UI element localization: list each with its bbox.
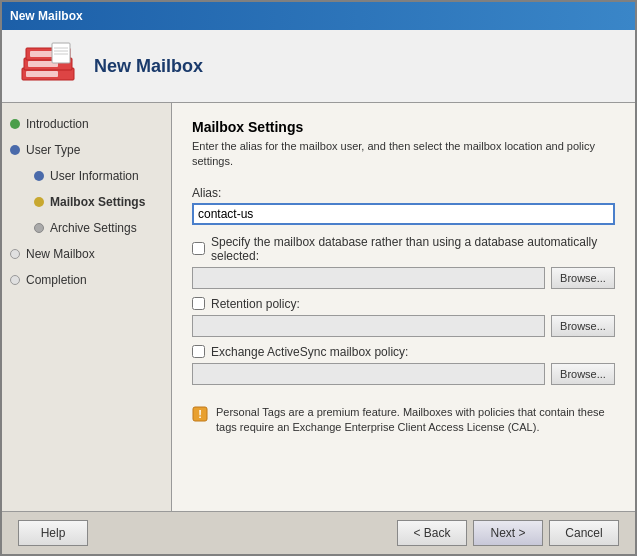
info-text: Personal Tags are a premium feature. Mai… xyxy=(216,405,615,436)
user-information-dot xyxy=(34,171,44,181)
retention-browse-button[interactable]: Browse... xyxy=(551,315,615,337)
exchange-sync-input[interactable] xyxy=(192,363,545,385)
window-title: New Mailbox xyxy=(10,9,83,23)
header-title: New Mailbox xyxy=(94,56,203,77)
retention-row: Retention policy: xyxy=(192,297,615,311)
completion-dot xyxy=(10,275,20,285)
exchange-sync-input-row: Browse... xyxy=(192,363,615,385)
cancel-button[interactable]: Cancel xyxy=(549,520,619,546)
footer: Help < Back Next > Cancel xyxy=(2,511,635,554)
retention-checkbox[interactable] xyxy=(192,297,205,310)
specify-db-label: Specify the mailbox database rather than… xyxy=(211,235,615,263)
alias-input[interactable] xyxy=(192,203,615,225)
mailbox-settings-dot xyxy=(34,197,44,207)
sidebar-item-user-type[interactable]: User Type xyxy=(2,137,171,163)
specify-db-checkbox[interactable] xyxy=(192,242,205,255)
user-type-dot xyxy=(10,145,20,155)
main-area: Introduction User Type User Information … xyxy=(2,103,635,511)
sidebar: Introduction User Type User Information … xyxy=(2,103,172,511)
content-subtitle: Enter the alias for the mailbox user, an… xyxy=(192,139,615,170)
exchange-sync-row: Exchange ActiveSync mailbox policy: xyxy=(192,345,615,359)
footer-right: < Back Next > Cancel xyxy=(397,520,619,546)
sidebar-label-user-information: User Information xyxy=(50,167,139,185)
sidebar-item-new-mailbox[interactable]: New Mailbox xyxy=(2,241,171,267)
content-area: Mailbox Settings Enter the alias for the… xyxy=(172,103,635,511)
svg-rect-6 xyxy=(52,43,70,63)
archive-settings-dot xyxy=(34,223,44,233)
retention-label: Retention policy: xyxy=(211,297,300,311)
sidebar-item-introduction[interactable]: Introduction xyxy=(2,111,171,137)
svg-rect-5 xyxy=(26,71,58,77)
title-bar: New Mailbox xyxy=(2,2,635,30)
sidebar-item-archive-settings[interactable]: Archive Settings xyxy=(2,215,171,241)
specify-db-input[interactable] xyxy=(192,267,545,289)
mailbox-icon xyxy=(18,38,82,94)
retention-input[interactable] xyxy=(192,315,545,337)
sidebar-label-mailbox-settings: Mailbox Settings xyxy=(50,193,145,211)
specify-db-browse-button[interactable]: Browse... xyxy=(551,267,615,289)
sidebar-label-introduction: Introduction xyxy=(26,115,89,133)
help-button[interactable]: Help xyxy=(18,520,88,546)
exchange-sync-browse-button[interactable]: Browse... xyxy=(551,363,615,385)
alias-label: Alias: xyxy=(192,186,615,200)
svg-text:!: ! xyxy=(198,408,202,420)
sidebar-label-completion: Completion xyxy=(26,271,87,289)
sidebar-label-user-type: User Type xyxy=(26,141,80,159)
header-area: New Mailbox xyxy=(2,30,635,103)
info-box: ! Personal Tags are a premium feature. M… xyxy=(192,399,615,442)
info-icon: ! xyxy=(192,406,208,422)
content-title: Mailbox Settings xyxy=(192,119,615,135)
exchange-sync-label: Exchange ActiveSync mailbox policy: xyxy=(211,345,408,359)
sidebar-label-new-mailbox: New Mailbox xyxy=(26,245,95,263)
introduction-dot xyxy=(10,119,20,129)
main-window: New Mailbox New Mailbox xyxy=(0,0,637,556)
sidebar-item-mailbox-settings[interactable]: Mailbox Settings xyxy=(2,189,171,215)
specify-db-input-row: Browse... xyxy=(192,267,615,289)
back-button[interactable]: < Back xyxy=(397,520,467,546)
footer-left: Help xyxy=(18,520,88,546)
new-mailbox-dot xyxy=(10,249,20,259)
next-button[interactable]: Next > xyxy=(473,520,543,546)
sidebar-item-user-information[interactable]: User Information xyxy=(2,163,171,189)
specify-db-row: Specify the mailbox database rather than… xyxy=(192,235,615,263)
retention-input-row: Browse... xyxy=(192,315,615,337)
alias-group: Alias: xyxy=(192,186,615,225)
exchange-sync-checkbox[interactable] xyxy=(192,345,205,358)
sidebar-item-completion[interactable]: Completion xyxy=(2,267,171,293)
sidebar-label-archive-settings: Archive Settings xyxy=(50,219,137,237)
